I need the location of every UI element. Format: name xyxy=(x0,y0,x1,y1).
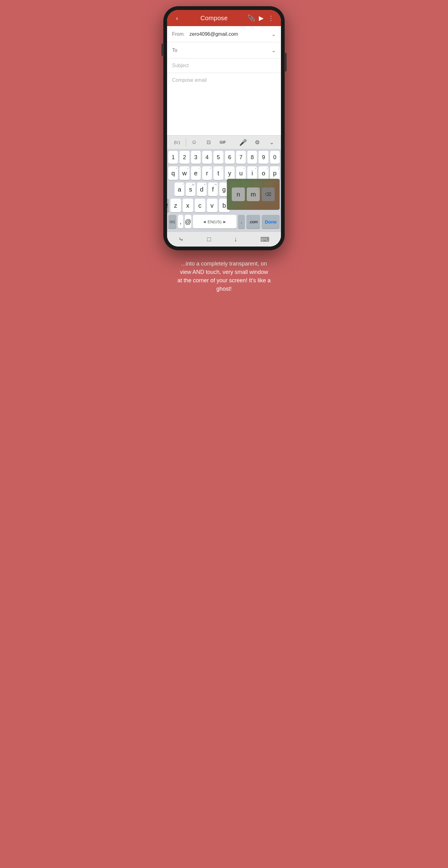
compose-area[interactable]: Compose email xyxy=(167,73,281,135)
nm-overlay-keys: n m ? ⌫ xyxy=(232,187,275,201)
sticker-toolbar-btn[interactable]: ⊡ xyxy=(202,137,215,148)
n-key[interactable]: n xyxy=(232,187,245,201)
from-label: From xyxy=(172,31,189,37)
nm-overlay: n m ? ⌫ xyxy=(227,179,280,210)
letter-key-e[interactable]: ÷e xyxy=(191,166,201,180)
letter-key-r[interactable]: =r xyxy=(202,166,212,180)
translate-toolbar-btn[interactable]: (t↕) xyxy=(170,137,184,148)
letter-key-o[interactable]: [o xyxy=(259,166,268,180)
keyboard-section: (t↕) ☺ ⊡ GIF 🎤 ⚙ ⌄ 1234567890 +q×w÷e=r/t… xyxy=(167,135,281,247)
phone-screen: ‹ Compose 📎 ▶ ⋮ From zero4096@gmail.com … xyxy=(167,10,281,247)
m-key[interactable]: m ? xyxy=(247,187,260,201)
keyboard-body: 1234567890 +q×w÷e=r/t_y<u>i[o]p !a@s#d%f… xyxy=(167,149,281,231)
to-label: To xyxy=(172,48,189,53)
app-bar-title: Compose xyxy=(182,14,246,22)
keyboard-toolbar: (t↕) ☺ ⊡ GIF 🎤 ⚙ ⌄ xyxy=(167,135,281,149)
num-key-9[interactable]: 9 xyxy=(259,151,268,164)
num-key-8[interactable]: 8 xyxy=(247,151,257,164)
num-key-3[interactable]: 3 xyxy=(191,151,201,164)
letter-key-v[interactable]: v xyxy=(207,199,217,212)
attach-icon[interactable]: 📎 xyxy=(246,14,256,22)
letter-key-s[interactable]: @s xyxy=(186,183,196,196)
from-row: From zero4096@gmail.com ⌄ xyxy=(167,26,281,42)
from-chevron-icon[interactable]: ⌄ xyxy=(271,31,276,38)
nav-back-btn[interactable]: ⤷ xyxy=(172,233,190,246)
caption-text: ...into a completely transparent, on vie… xyxy=(159,250,289,296)
more-icon[interactable]: ⋮ xyxy=(266,14,276,22)
num-key-5[interactable]: 5 xyxy=(213,151,223,164)
done-key[interactable]: Done xyxy=(262,215,280,228)
letter-row-1: +q×w÷e=r/t_y<u>i[o]p xyxy=(168,166,280,180)
letter-key-p[interactable]: ]p xyxy=(270,166,280,180)
letter-key-x[interactable]: x xyxy=(183,199,193,212)
letter-key-d[interactable]: #d xyxy=(197,183,207,196)
dot-key[interactable]: . xyxy=(238,215,245,228)
letter-key-i[interactable]: >i xyxy=(247,166,257,180)
letter-key-y[interactable]: _y xyxy=(225,166,235,180)
letter-key-z[interactable]: z xyxy=(171,199,181,212)
settings-toolbar-btn[interactable]: ⚙ xyxy=(250,137,264,148)
num-key-4[interactable]: 4 xyxy=(202,151,212,164)
collapse-toolbar-btn[interactable]: ⌄ xyxy=(265,137,278,148)
to-row[interactable]: To ⌄ xyxy=(167,42,281,58)
dotcom-key[interactable]: .com xyxy=(246,215,260,228)
letter-key-w[interactable]: ×w xyxy=(180,166,189,180)
back-icon[interactable]: ‹ xyxy=(172,14,182,22)
comma-key[interactable]: , xyxy=(178,215,184,228)
nav-recent-btn[interactable]: ↓ xyxy=(228,233,243,245)
letter-key-a[interactable]: !a xyxy=(175,183,184,196)
compose-placeholder: Compose email xyxy=(172,78,207,83)
compose-form: From zero4096@gmail.com ⌄ To ⌄ Subject C… xyxy=(167,26,281,135)
bottom-nav: ⤷ □ ↓ ⌨ xyxy=(167,231,281,247)
letter-key-t[interactable]: /t xyxy=(213,166,223,180)
send-icon[interactable]: ▶ xyxy=(256,14,266,22)
letter-key-c[interactable]: "c xyxy=(195,199,205,212)
backspace-key[interactable]: ⌫ xyxy=(262,187,275,201)
nav-keyboard-btn[interactable]: ⌨ xyxy=(254,233,276,246)
app-bar: ‹ Compose 📎 ▶ ⋮ xyxy=(167,10,281,26)
gif-toolbar-btn[interactable]: GIF xyxy=(216,137,230,148)
num-key-0[interactable]: 0 xyxy=(270,151,280,164)
space-key[interactable]: ◄ EN(US) ► xyxy=(193,215,236,228)
subject-input[interactable]: Subject xyxy=(172,63,188,68)
num-key-6[interactable]: 6 xyxy=(225,151,235,164)
letter-key-f[interactable]: %f xyxy=(208,183,218,196)
shift-key[interactable]: ⇧ xyxy=(167,199,169,212)
nav-home-btn[interactable]: □ xyxy=(201,233,217,245)
phone-frame: ‹ Compose 📎 ▶ ⋮ From zero4096@gmail.com … xyxy=(163,6,285,250)
letter-row-3: ⇧ zx"cvb n m ? xyxy=(168,199,280,212)
from-value: zero4096@gmail.com xyxy=(189,31,271,37)
num-key-1[interactable]: 1 xyxy=(168,151,178,164)
at-key[interactable]: @ xyxy=(185,215,191,228)
letter-key-u[interactable]: <u xyxy=(236,166,246,180)
letter-key-q[interactable]: +q xyxy=(168,166,178,180)
number-row: 1234567890 xyxy=(168,151,280,164)
to-chevron-icon[interactable]: ⌄ xyxy=(271,47,276,54)
bottom-row: !#1 , @ ◄ EN(US) ► . .com Done xyxy=(168,215,280,228)
num-key-7[interactable]: 7 xyxy=(236,151,246,164)
emoji-toolbar-btn[interactable]: ☺ xyxy=(187,137,201,148)
num-key-2[interactable]: 2 xyxy=(180,151,189,164)
special-key[interactable]: !#1 xyxy=(168,215,176,228)
mic-toolbar-btn[interactable]: 🎤 xyxy=(236,137,250,148)
subject-row[interactable]: Subject xyxy=(167,58,281,73)
toolbar-divider xyxy=(186,138,186,147)
